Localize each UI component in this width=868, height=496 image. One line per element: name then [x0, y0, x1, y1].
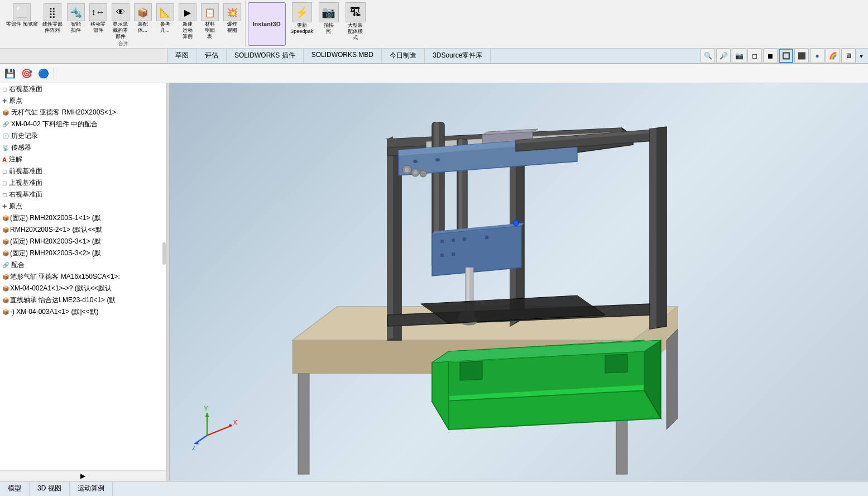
svg-marker-35 [650, 128, 656, 329]
tree-item[interactable]: ✚ 原点 [0, 95, 166, 107]
svg-point-59 [513, 220, 519, 226]
second-tabs-row: 草图 评估 SOLIDWORKS 插件 SOLIDWORKS MBD 今日制造 … [0, 48, 868, 64]
svg-line-60 [207, 426, 232, 436]
svg-marker-58 [605, 354, 627, 373]
tree-item[interactable]: 🕐 历史记录 [0, 130, 166, 142]
svg-text:Z: Z [192, 445, 196, 451]
svg-marker-37 [432, 226, 521, 276]
tab-sketch[interactable]: 草图 [167, 49, 197, 63]
tree-item[interactable]: 📦 RMH20X200S-2<1> (默认<<默 [0, 224, 166, 236]
tab-evaluate[interactable]: 评估 [197, 49, 227, 63]
large-assembly-btn[interactable]: 🏗 大型装配体模式 [342, 1, 370, 47]
main-layout: ◻ 右视基准面 ✚ 原点 📦 无杆气缸 亚德客 RMH20X200S<1> 🔗 … [0, 83, 868, 481]
svg-point-23 [413, 160, 418, 163]
show-hide-parts-btn[interactable]: 👁 显示隐藏的零部件 [110, 2, 131, 40]
svg-point-28 [405, 168, 409, 172]
tree-item[interactable]: 📦 直线轴承 怡合达LME23-d10<1> (默 [0, 294, 166, 306]
view-icon-zoom[interactable]: 🔎 [716, 49, 731, 63]
third-toolbar: 💾 🎯 🔵 [0, 64, 868, 83]
tree-item[interactable]: A 注解 [0, 154, 166, 165]
svg-marker-53 [432, 351, 449, 430]
linear-array-btn[interactable]: ⣿ 线性零部件阵列 [41, 2, 64, 35]
view-icon-search[interactable]: 🔍 [701, 49, 715, 63]
snapshot-btn[interactable]: 📷 拍快照 [317, 1, 341, 47]
view-icon-perspective[interactable]: 🔲 [779, 49, 793, 63]
ribbon-group-label: 合并 [118, 40, 128, 47]
tree-item[interactable]: 📦 (固定) RMH20X200S-3<2> (默 [0, 247, 166, 259]
svg-rect-43 [452, 252, 455, 256]
bottom-tab-3dview[interactable]: 3D 视图 [30, 481, 70, 496]
svg-marker-64 [205, 413, 209, 417]
tab-today-manufacturing[interactable]: 今日制造 [382, 49, 425, 63]
tree-item[interactable]: 📦 无杆气缸 亚德客 RMH20X200S<1> [0, 107, 166, 118]
view-icon-box1[interactable]: ◻ [747, 49, 762, 63]
bottom-tab-motion[interactable]: 运动算例 [70, 481, 113, 496]
tree-item[interactable]: ◻ 前视基准面 [0, 165, 166, 177]
tree-item[interactable]: 📦 XM-04-002A1<1>->? (默认<<默认 [0, 283, 166, 294]
bottom-tab-model[interactable]: 模型 [0, 481, 30, 496]
tab-sw-plugins[interactable]: SOLIDWORKS 插件 [227, 49, 304, 63]
feature-manager-panel: ◻ 右视基准面 ✚ 原点 📦 无杆气缸 亚德客 RMH20X200S<1> 🔗 … [0, 83, 166, 481]
tree-item[interactable]: 🔗 配合 [0, 259, 166, 271]
svg-text:Y: Y [204, 405, 208, 412]
tree-item[interactable]: ◻ 上视基准面 [0, 177, 166, 189]
target-icon[interactable]: 🎯 [19, 66, 35, 82]
view-icon-monitor[interactable]: 🖥 [841, 49, 856, 63]
zero-part-preview-btn[interactable]: ⬜ 零部件 预览窗 [4, 2, 40, 28]
reference-geometry-btn[interactable]: 📐 参考几... [155, 2, 176, 35]
ribbon-group-assembly: ⬜ 零部件 预览窗 ⣿ 线性零部件阵列 🔩 智能扣件 ↕↔ 移动零部件 👁 [2, 1, 246, 47]
tree-item[interactable]: ◻ 右视基准面 [0, 189, 166, 201]
svg-rect-40 [452, 239, 455, 242]
tree-item[interactable]: 📦 (固定) RMH20X200S-1<1> (默 [0, 212, 166, 224]
new-motion-study-btn[interactable]: ▶ 新建运动算例 [177, 2, 198, 40]
svg-rect-39 [440, 240, 444, 243]
tree-item[interactable]: 🔗 XM-04-02 下料组件 中的配合 [0, 118, 166, 130]
svg-rect-42 [440, 254, 444, 257]
viewport-3d[interactable]: X Y Z [170, 83, 868, 481]
tab-3dsource[interactable]: 3DSource零件库 [425, 49, 491, 63]
tree-item[interactable]: ✚ 原点 [0, 201, 166, 212]
smart-fastener-btn[interactable]: 🔩 智能扣件 [65, 2, 87, 35]
tree-item[interactable]: 📦 -) XM-04-003A1<1> (默|<<默) [0, 306, 166, 318]
color-wheel-icon[interactable]: 🔵 [36, 66, 51, 82]
tree-item[interactable]: ◻ 右视基准面 [0, 83, 166, 95]
tree-item[interactable]: 📦 (固定) RMH20X200S-3<1> (默 [0, 236, 166, 247]
svg-marker-5 [666, 329, 678, 430]
ribbon-content: ⬜ 零部件 预览窗 ⣿ 线性零部件阵列 🔩 智能扣件 ↕↔ 移动零部件 👁 [0, 0, 868, 48]
tree-item[interactable]: 📡 传感器 [0, 142, 166, 154]
coordinate-axis: X Y Z [192, 403, 242, 453]
tab-sw-mbd[interactable]: SOLIDWORKS MBD [304, 49, 382, 63]
view-icon-color[interactable]: 🌈 [826, 49, 840, 63]
move-part-btn[interactable]: ↕↔ 移动零部件 [88, 2, 109, 35]
panel-scroll-right[interactable]: ▶ [0, 470, 166, 481]
svg-point-30 [414, 171, 418, 175]
view-icon-arrow[interactable]: ▼ [857, 49, 866, 63]
instant3d-btn[interactable]: Instant3D [248, 2, 286, 46]
vertical-scroll-indicator [162, 242, 166, 265]
svg-marker-7 [387, 136, 393, 340]
view-icon-box3[interactable]: ⬛ [794, 49, 809, 63]
svg-rect-44 [485, 236, 488, 239]
speedpak-btn[interactable]: ⚡ 更新Speedpak [288, 1, 316, 47]
svg-marker-57 [460, 361, 482, 380]
svg-rect-3 [298, 374, 309, 474]
view-icon-box2[interactable]: ◼ [763, 49, 778, 63]
explode-view-btn[interactable]: 💥 爆炸视图 [222, 2, 243, 35]
svg-point-31 [420, 170, 426, 177]
feature-manager-scroll-area[interactable]: ◻ 右视基准面 ✚ 原点 📦 无杆气缸 亚德客 RMH20X200S<1> 🔗 … [0, 83, 166, 470]
toolbar-separator-1 [54, 68, 54, 80]
assembly-btn[interactable]: 📦 装配体... [132, 2, 154, 35]
tree-item[interactable]: 📦 笔形气缸 亚德客 MA16x150SCA<1>: [0, 271, 166, 283]
view-icon-camera[interactable]: 📷 [732, 49, 746, 63]
view-icon-dot[interactable]: ● [810, 49, 824, 63]
svg-rect-41 [463, 237, 466, 241]
svg-text:X: X [233, 419, 237, 426]
save-icon[interactable]: 💾 [2, 66, 18, 82]
ribbon: ⬜ 零部件 预览窗 ⣿ 线性零部件阵列 🔩 智能扣件 ↕↔ 移动零部件 👁 [0, 0, 868, 64]
bom-btn[interactable]: 📋 材料明细表 [199, 2, 220, 40]
bottom-tabs-row: 模型 3D 视图 运动算例 [0, 481, 868, 496]
machine-svg [242, 106, 745, 481]
svg-point-24 [435, 158, 440, 161]
